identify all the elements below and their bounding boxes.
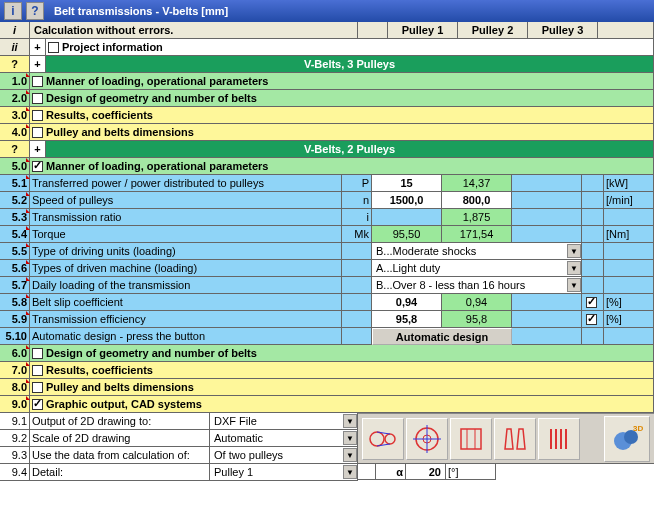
row-9-2: 9.2 Scale of 2D drawing Automatic▼ [0,430,358,447]
input-slip[interactable]: 0,94 [372,294,442,311]
input-speed1[interactable]: 1500,0 [372,192,442,209]
header-row: i Calculation without errors. Pulley 1 P… [0,22,654,39]
row-5-2: 5.2 Speed of pulleys n 1500,0 800,0 [/mi… [0,192,654,209]
checkbox-icon[interactable] [32,348,43,359]
chevron-down-icon[interactable]: ▼ [567,261,581,275]
row-9-4: 9.4 Detail: Pulley 1▼ [0,464,358,481]
row-5-5: 5.5 Type of driving units (loading) B...… [0,243,654,260]
project-info-row[interactable]: ii + Project information [0,39,654,56]
checkbox-icon[interactable] [32,382,43,393]
info-button[interactable]: i [4,2,22,20]
row-4-0[interactable]: 4.0 Pulley and belts dimensions [0,124,654,141]
row-9-0[interactable]: 9.0 Graphic output, CAD systems [0,396,654,413]
pulley-schema-icon[interactable] [362,418,404,460]
multi-belt-icon[interactable] [538,418,580,460]
dropdown-scale[interactable]: Automatic▼ [210,430,358,447]
chevron-down-icon[interactable]: ▼ [567,244,581,258]
groove-section-icon[interactable] [450,418,492,460]
checkbox-icon[interactable] [32,76,43,87]
checkbox-icon[interactable] [32,399,43,410]
automatic-design-button[interactable]: Automatic design [372,328,512,345]
input-power[interactable]: 15 [372,175,442,192]
dropdown-driving[interactable]: B...Moderate shocks▼ [372,243,582,260]
checkbox-icon[interactable] [32,161,43,172]
row-5-6: 5.6 Types of driven machine (loading) A.… [0,260,654,277]
checkbox-icon[interactable] [32,365,43,376]
row-5-1: 5.1 Transferred power / power distribute… [0,175,654,192]
svg-rect-8 [461,429,481,449]
dropdown-detail[interactable]: Pulley 1▼ [210,464,358,481]
svg-text:3D: 3D [633,424,643,433]
row-5-7: 5.7 Daily loading of the transmission B.… [0,277,654,294]
dropdown-datacalc[interactable]: Of two pulleys▼ [210,447,358,464]
pulley-circle-icon[interactable] [406,418,448,460]
checkbox-icon[interactable] [32,93,43,104]
row-1-0[interactable]: 1.0 Manner of loading, operational param… [0,73,654,90]
checkbox-icon[interactable] [586,297,597,308]
3d-icon[interactable]: 3D [604,416,650,462]
svg-point-1 [385,434,395,444]
expand-button[interactable]: + [30,141,46,158]
dropdown-daily[interactable]: B...Over 8 - less than 16 hours▼ [372,277,582,294]
row-3-0[interactable]: 3.0 Results, coefficients [0,107,654,124]
row-5-8: 5.8 Belt slip coefficient 0,94 0,94 [%] [0,294,654,311]
row-2-0[interactable]: 2.0 Design of geometry and number of bel… [0,90,654,107]
row-8-0[interactable]: 8.0 Pulley and belts dimensions [0,379,654,396]
belt-profile-icon[interactable] [494,418,536,460]
chevron-down-icon[interactable]: ▼ [567,278,581,292]
row-9-1: 9.1 Output of 2D drawing to: DXF File▼ [0,413,358,430]
section-3pulleys: ? + V-Belts, 3 Pulleys [0,56,654,73]
dropdown-driven[interactable]: A...Light duty▼ [372,260,582,277]
row-5-4: 5.4 Torque Mk 95,50 171,54 [Nm] [0,226,654,243]
checkbox-icon[interactable] [32,127,43,138]
checkbox-icon[interactable] [48,42,59,53]
row-5-10: 5.10 Automatic design - press the button… [0,328,654,345]
expand-button[interactable]: + [30,56,46,73]
row-9-3: 9.3 Use the data from calculation of: Of… [0,447,358,464]
checkbox-icon[interactable] [586,314,597,325]
row-5-0[interactable]: 5.0 Manner of loading, operational param… [0,158,654,175]
checkbox-icon[interactable] [32,110,43,121]
chevron-down-icon[interactable]: ▼ [343,414,357,428]
row-6-0[interactable]: 6.0 Design of geometry and number of bel… [0,345,654,362]
input-speed2[interactable]: 800,0 [442,192,512,209]
app-title: Belt transmissions - V-belts [mm] [54,5,228,17]
row-7-0[interactable]: 7.0 Results, coefficients [0,362,654,379]
chevron-down-icon[interactable]: ▼ [343,448,357,462]
row-5-9: 5.9 Transmission efficiency 95,8 95,8 [%… [0,311,654,328]
row-5-3: 5.3 Transmission ratio i 1,875 [0,209,654,226]
cad-toolbar: 3D [358,413,654,463]
input-alpha[interactable]: 20 [406,464,446,480]
chevron-down-icon[interactable]: ▼ [343,465,357,479]
title-bar: i ? Belt transmissions - V-belts [mm] [0,0,654,22]
help-button[interactable]: ? [26,2,44,20]
dropdown-output[interactable]: DXF File▼ [210,413,358,430]
input-eff[interactable]: 95,8 [372,311,442,328]
section-2pulleys: ? + V-Belts, 2 Pulleys [0,141,654,158]
svg-point-0 [370,432,384,446]
chevron-down-icon[interactable]: ▼ [343,431,357,445]
